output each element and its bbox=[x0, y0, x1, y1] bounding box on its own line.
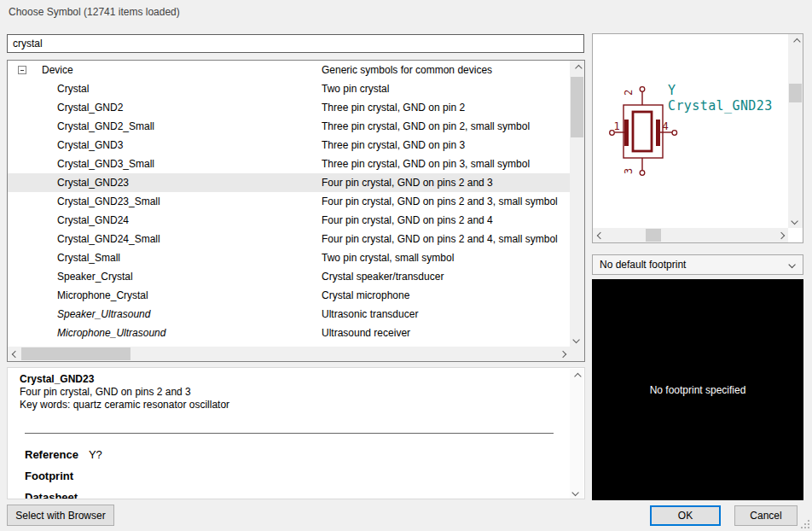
search-input[interactable] bbox=[7, 34, 584, 53]
detail-divider bbox=[25, 433, 554, 434]
pin-3-circle bbox=[640, 171, 645, 176]
symbol-name: Crystal_GND24_Small bbox=[57, 230, 160, 248]
scroll-left-icon[interactable] bbox=[8, 347, 22, 361]
symbol-name: Crystal_GND2 bbox=[57, 98, 123, 117]
symbol-name: Crystal_GND23 bbox=[57, 173, 129, 192]
symbol-name: Crystal_GND2_Small bbox=[57, 117, 154, 136]
symbol-description: Ultrasonic transducer bbox=[322, 305, 418, 324]
symbol-detail-panel: Crystal_GND23 Four pin crystal, GND on p… bbox=[7, 367, 585, 499]
scrollbar-thumb[interactable] bbox=[789, 84, 802, 102]
symbol-description: Three pin crystal, GND on pin 3 bbox=[322, 136, 465, 155]
detail-scrollbar[interactable] bbox=[570, 369, 583, 499]
pin-3-number: 3 bbox=[623, 168, 635, 174]
tree-row[interactable]: Crystal_GND3_SmallThree pin crystal, GND… bbox=[8, 155, 570, 173]
symbol-name: Speaker_Ultrasound bbox=[57, 305, 150, 324]
symbol-description: Ultrasound receiver bbox=[322, 324, 410, 342]
tree-row[interactable]: Crystal_SmallTwo pin crystal, small symb… bbox=[8, 248, 570, 267]
scrollbar-corner bbox=[570, 347, 584, 361]
scrollbar-thumb[interactable] bbox=[571, 77, 583, 137]
detail-field-label: Reference bbox=[25, 448, 78, 461]
tree-horizontal-scrollbar[interactable] bbox=[8, 347, 570, 361]
detail-field: Footprint bbox=[25, 470, 559, 482]
symbol-description: Three pin crystal, GND on pin 2, small s… bbox=[322, 117, 530, 136]
scroll-right-icon[interactable] bbox=[774, 228, 788, 242]
symbol-name: Crystal bbox=[57, 79, 89, 98]
tree-row[interactable]: Crystal_GND24_SmallFour pin crystal, GND… bbox=[8, 230, 570, 248]
symbol-name: Device bbox=[42, 61, 73, 79]
detail-description: Four pin crystal, GND on pins 2 and 3 bbox=[20, 386, 559, 398]
scroll-up-icon[interactable] bbox=[570, 61, 584, 75]
dialog-title: Choose Symbol (12741 items loaded) bbox=[9, 6, 180, 18]
detail-symbol-name: Crystal_GND23 bbox=[20, 373, 559, 385]
symbol-description: Generic symbols for common devices bbox=[322, 61, 492, 79]
footprint-preview-panel: No footprint specified bbox=[592, 279, 803, 500]
scroll-down-icon[interactable] bbox=[788, 213, 803, 228]
tree-row[interactable]: Microphone_CrystalCrystal microphone bbox=[8, 286, 570, 305]
symbol-name: Microphone_Ultrasound bbox=[57, 324, 165, 342]
tree-row[interactable]: Crystal_GND24Four pin crystal, GND on pi… bbox=[8, 211, 570, 230]
symbol-description: Four pin crystal, GND on pins 2 and 4 bbox=[322, 211, 493, 230]
ok-button[interactable]: OK bbox=[650, 505, 721, 526]
symbol-preview-panel: 1 4 2 3 Y Crystal_GND23 bbox=[592, 33, 803, 243]
scroll-down-icon[interactable] bbox=[570, 485, 583, 499]
scroll-left-icon[interactable] bbox=[593, 228, 607, 242]
resize-grip-icon[interactable] bbox=[801, 520, 809, 528]
tree-collapse-icon[interactable] bbox=[18, 66, 26, 74]
symbol-description: Two pin crystal, small symbol bbox=[322, 248, 454, 267]
cancel-button[interactable]: Cancel bbox=[734, 505, 798, 526]
tree-row[interactable]: Crystal_GND3Three pin crystal, GND on pi… bbox=[8, 136, 570, 155]
crystal-body bbox=[633, 112, 652, 151]
preview-symbol-name: Crystal_GND23 bbox=[668, 98, 773, 114]
pin-1-number: 1 bbox=[613, 120, 619, 132]
symbol-description: Four pin crystal, GND on pins 2 and 3, s… bbox=[322, 192, 558, 211]
detail-fields: ReferenceY?FootprintDatasheet bbox=[25, 448, 559, 499]
symbol-description: Four pin crystal, GND on pins 2 and 3 bbox=[322, 173, 493, 192]
scroll-right-icon[interactable] bbox=[555, 347, 570, 361]
tree-row[interactable]: Crystal_GND23_SmallFour pin crystal, GND… bbox=[8, 192, 570, 211]
scrollbar-thumb[interactable] bbox=[21, 347, 130, 360]
symbol-description: Three pin crystal, GND on pin 3, small s… bbox=[322, 155, 530, 173]
pin-2-number: 2 bbox=[623, 90, 635, 96]
preview-vertical-scrollbar[interactable] bbox=[788, 34, 803, 228]
symbol-description: Two pin crystal bbox=[322, 79, 389, 98]
footprint-select-value: No default footprint bbox=[600, 259, 686, 271]
detail-field-label: Footprint bbox=[25, 470, 73, 482]
tree-vertical-scrollbar[interactable] bbox=[570, 61, 584, 347]
preview-horizontal-scrollbar[interactable] bbox=[593, 228, 788, 242]
tree-row[interactable]: Crystal_GND23Four pin crystal, GND on pi… bbox=[8, 173, 570, 192]
scrollbar-corner bbox=[788, 228, 803, 242]
scroll-up-icon[interactable] bbox=[570, 369, 583, 383]
tree-row[interactable]: Speaker_CrystalCrystal speaker/transduce… bbox=[8, 267, 570, 286]
symbol-preview-canvas: 1 4 2 3 Y Crystal_GND23 bbox=[593, 34, 788, 228]
tree-row[interactable]: Crystal_GND2Three pin crystal, GND on pi… bbox=[8, 98, 570, 117]
scroll-up-icon[interactable] bbox=[788, 34, 803, 49]
detail-field: ReferenceY? bbox=[25, 448, 559, 461]
scroll-down-icon[interactable] bbox=[570, 332, 584, 347]
symbol-name: Crystal_Small bbox=[57, 248, 120, 267]
footprint-select[interactable]: No default footprint bbox=[592, 254, 803, 275]
tree-row[interactable]: DeviceGeneric symbols for common devices bbox=[8, 61, 570, 79]
tree-row[interactable]: Crystal_GND2_SmallThree pin crystal, GND… bbox=[8, 117, 570, 136]
detail-field-label: Datasheet bbox=[25, 491, 78, 499]
symbol-description: Three pin crystal, GND on pin 2 bbox=[322, 98, 465, 117]
footprint-preview-message: No footprint specified bbox=[650, 384, 746, 396]
symbol-name: Microphone_Crystal bbox=[57, 286, 148, 305]
scrollbar-thumb[interactable] bbox=[646, 229, 661, 242]
symbol-description: Crystal speaker/transducer bbox=[322, 267, 444, 286]
tree-row[interactable]: Speaker_UltrasoundUltrasonic transducer bbox=[8, 305, 570, 324]
crystal-symbol-drawing: 1 4 2 3 Y Crystal_GND23 bbox=[593, 34, 788, 228]
preview-reference: Y bbox=[668, 83, 676, 98]
symbol-name: Crystal_GND3_Small bbox=[57, 155, 154, 173]
symbol-name: Crystal_GND23_Small bbox=[57, 192, 160, 211]
symbol-name: Crystal_GND3 bbox=[57, 136, 123, 155]
symbol-tree-panel: DeviceGeneric symbols for common devices… bbox=[7, 60, 585, 362]
symbol-description: Four pin crystal, GND on pins 2 and 4, s… bbox=[322, 230, 558, 248]
tree-row[interactable]: CrystalTwo pin crystal bbox=[8, 79, 570, 98]
tree-row[interactable]: Microphone_UltrasoundUltrasound receiver bbox=[8, 324, 570, 342]
select-with-browser-button[interactable]: Select with Browser bbox=[7, 505, 114, 526]
symbol-name: Crystal_GND24 bbox=[57, 211, 129, 230]
symbol-description: Crystal microphone bbox=[322, 286, 409, 305]
symbol-tree: DeviceGeneric symbols for common devices… bbox=[8, 61, 570, 347]
pin-4-circle bbox=[672, 131, 677, 136]
pin-2-circle bbox=[640, 87, 645, 92]
